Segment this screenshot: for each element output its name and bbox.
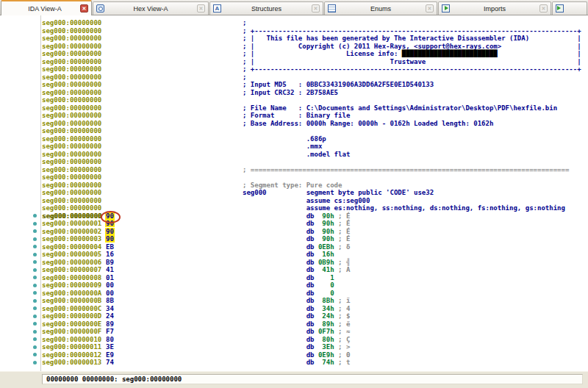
listing-row[interactable]: seg000:0000000801 db 1 <box>0 274 588 282</box>
listing-row[interactable]: seg000:00000000; <box>0 19 588 27</box>
listing-row[interactable]: seg000:00000000; | Trustwave | <box>0 58 588 66</box>
tab-enums[interactable]: Enums✕ <box>324 1 437 15</box>
code-bullet-icon <box>33 322 37 326</box>
disasm-text: ; | Trustwave | <box>243 58 581 65</box>
listing-row[interactable]: seg000:00000000; File Name : C:\Document… <box>0 104 588 112</box>
listing-row[interactable]: seg000:0000000741 db 41h ; A <box>0 266 588 274</box>
disasm-text: db 74h ; t <box>243 359 350 366</box>
address-label: seg000:00000000 <box>42 43 101 50</box>
address-label: seg000:00000000 <box>42 58 101 65</box>
listing-row[interactable]: seg000:00000000; +----------------------… <box>0 65 588 73</box>
listing-row[interactable]: seg000:0000000516 db 16h <box>0 251 588 259</box>
disasm-text: ; Segment type: Pure code <box>243 182 342 189</box>
disasm-text: assume es:nothing, ss:nothing, ds:nothin… <box>243 204 565 212</box>
address-label: seg000:00000000 <box>42 27 101 35</box>
listing-row[interactable]: seg000:0000000B8B db 8Bh ; ï <box>0 297 588 305</box>
disasm-text: seg000 segment byte public 'CODE' use32 <box>243 189 434 196</box>
address-label: seg000:00000013 <box>42 359 101 366</box>
listing-row[interactable]: seg000:00000000; Format : Binary file <box>0 112 588 120</box>
listing-row[interactable]: seg000:00000000 .mmx <box>0 143 588 151</box>
structures-icon: A <box>213 4 221 12</box>
disasm-text: ; Input MD5 : 0BBC33431906A3DD6A2F5E0E1D… <box>243 81 434 88</box>
listing-row[interactable]: seg000:0000000FF7 db 0F7h ; ≈ <box>0 328 588 336</box>
tab-imports[interactable]: Imports✕ <box>438 1 551 15</box>
tab-close-button[interactable]: ✕ <box>80 4 88 12</box>
listing-row[interactable]: seg000:0000000A00 db 0 <box>0 290 588 298</box>
listing-row[interactable]: seg000:00000000; | This file has been ge… <box>0 35 588 43</box>
address-label: seg000:00000000 <box>42 151 101 158</box>
listing-row[interactable]: seg000:0000000090 db 90h ; É <box>0 212 588 220</box>
address-label: seg000:00000000 <box>42 73 101 81</box>
tab-structures[interactable]: AStructures✕ <box>209 1 323 15</box>
code-bullet-icon <box>33 291 37 295</box>
code-bullet-icon <box>33 337 37 341</box>
listing-row[interactable]: seg000:00000000; | License info: ███████… <box>0 50 588 58</box>
tab-close-button[interactable]: ✕ <box>539 4 548 12</box>
listing-row[interactable]: seg000:00000000; <box>0 73 588 82</box>
listing-row[interactable]: seg000:00000000 <box>0 173 588 182</box>
listing-row[interactable]: seg000:00000012E9 db 0E9h ; Θ <box>0 351 588 359</box>
disasm-text: db 0EBh ; δ <box>243 243 350 251</box>
red-circle-annotation <box>101 211 121 223</box>
disasm-text: .model flat <box>243 151 350 158</box>
listing-row[interactable]: seg000:00000000; Input MD5 : 0BBC3343190… <box>0 81 588 89</box>
listing-row[interactable]: seg000:0000001374 db 74h ; t <box>0 359 588 367</box>
disasm-text: ; +-------------------------------------… <box>243 65 581 73</box>
listing-row[interactable]: seg000:00000000seg000 segment byte publi… <box>0 189 588 197</box>
listing-row[interactable]: seg000:0000000E89 db 89h ; ë <box>0 320 588 328</box>
tab-bar: IDA View-A✕Hex View-A✕AStructures✕Enums✕… <box>0 0 588 15</box>
listing-row[interactable]: seg000:00000000 .686p <box>0 135 588 143</box>
address-label: seg000:00000009 <box>42 281 101 289</box>
disasm-text: ; Input CRC32 : 2B758AE5 <box>243 89 338 96</box>
listing-row[interactable]: seg000:00000000 <box>0 158 588 166</box>
listing-row[interactable]: seg000:00000000; +----------------------… <box>0 27 588 35</box>
address-label: seg000:00000001 <box>42 220 101 227</box>
disasm-text: db 90h ; É <box>243 235 350 242</box>
listing-row[interactable]: seg000:0000000290 db 90h ; É <box>0 228 588 236</box>
code-bullet-icon <box>33 315 37 318</box>
address-label: seg000:00000000 <box>42 96 101 104</box>
listing-row[interactable]: seg000:0000000190 db 90h ; É <box>0 220 588 228</box>
disasm-text: ; | This file has been generated by The … <box>243 35 581 42</box>
address-label: seg000:0000000B <box>42 297 101 304</box>
disasm-text: db 0F7h ; ≈ <box>243 328 350 335</box>
listing-row[interactable]: seg000:00000000 <box>0 127 588 135</box>
status-field: 00000000 00000000: seg000:00000000 <box>42 374 583 384</box>
listing-row[interactable]: seg000:00000000 assume es:nothing, ss:no… <box>0 204 588 212</box>
byte-value: 00 <box>105 290 115 297</box>
listing-row[interactable]: seg000:00000004EB db 0EBh ; δ <box>0 243 588 251</box>
address-label: seg000:00000004 <box>42 243 101 251</box>
byte-value: 34 <box>105 305 115 312</box>
listing-row[interactable]: seg000:00000000 <box>0 96 588 104</box>
listing-row[interactable]: seg000:00000000 .model flat <box>0 151 588 159</box>
address-label: seg000:0000000C <box>42 305 101 312</box>
tab-label: Enums <box>338 5 423 12</box>
listing-row[interactable]: seg000:00000000; | Copyright (c) 2011 He… <box>0 43 588 51</box>
listing-row[interactable]: seg000:00000000 assume cs:seg000 <box>0 197 588 205</box>
listing-row[interactable]: seg000:00000006B9 db 0B9h ; ╣ <box>0 259 588 267</box>
disasm-text: ; Base Address: 0000h Range: 0000h - 016… <box>243 120 493 127</box>
disasm-text: db 80h ; Ç <box>243 336 350 343</box>
listing-row[interactable]: seg000:0000000390 db 90h ; É <box>0 235 588 243</box>
listing-row[interactable]: seg000:000000113E db 3Eh ; > <box>0 343 588 351</box>
address-label: seg000:00000000 <box>42 35 101 42</box>
address-label: seg000:0000000D <box>42 312 101 320</box>
listing-row[interactable]: seg000:00000000; Input CRC32 : 2B758AE5 <box>0 89 588 97</box>
tab-close-button[interactable]: ✕ <box>426 4 434 12</box>
listing-row[interactable]: seg000:00000000; Base Address: 0000h Ran… <box>0 120 588 128</box>
tab-ida-view-a[interactable]: IDA View-A✕ <box>1 0 92 15</box>
tab-close-button[interactable]: ✕ <box>197 4 205 12</box>
listing-row[interactable]: seg000:0000000900 db 0 <box>0 281 588 290</box>
tab-close-button[interactable]: ✕ <box>312 4 320 12</box>
listing-row[interactable]: seg000:0000000D24 db 24h ; $ <box>0 312 588 320</box>
listing-row[interactable]: seg000:00000000; =======================… <box>0 166 588 174</box>
address-label: seg000:00000000 <box>42 50 101 57</box>
listing-row[interactable]: seg000:0000001080 db 80h ; Ç <box>0 336 588 344</box>
listing-row[interactable]: seg000:0000000C34 db 34h ; 4 <box>0 305 588 313</box>
listing-row[interactable]: seg000:00000000; Segment type: Pure code <box>0 182 588 190</box>
status-text: 00000000 00000000: seg000:00000000 <box>43 376 182 383</box>
tab-hex-view-a[interactable]: Hex View-A✕ <box>93 1 209 15</box>
code-bullet-icon <box>33 214 37 218</box>
disasm-text: .686p <box>243 135 326 143</box>
tab-partial[interactable] <box>552 1 587 15</box>
